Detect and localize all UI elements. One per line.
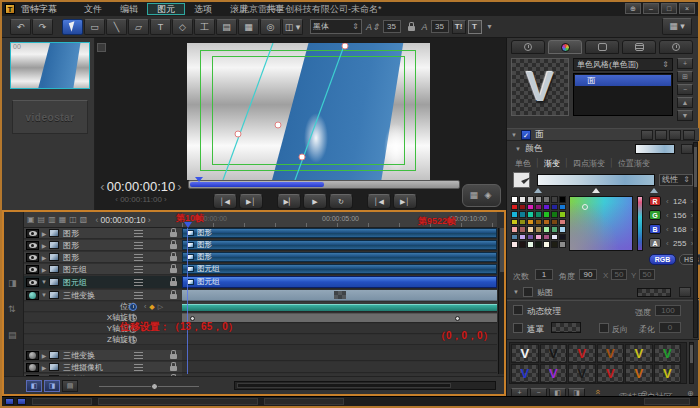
clip-图形[interactable]: 图形 xyxy=(182,228,497,238)
palette-swatch[interactable] xyxy=(511,204,518,211)
palette-swatch[interactable] xyxy=(543,196,550,203)
track-options-icon[interactable] xyxy=(134,266,143,273)
chevron-expand-icon[interactable]: « xyxy=(593,389,603,394)
go-start-button[interactable]: │◀ xyxy=(213,194,237,209)
palette-swatch[interactable] xyxy=(527,226,534,233)
layer-list[interactable]: 面 xyxy=(573,73,673,116)
track-header[interactable]: ▶三维摄像机 xyxy=(24,362,182,373)
palette-swatch[interactable] xyxy=(535,204,542,211)
gradient-type-dropdown[interactable]: 线性 ⇕ xyxy=(659,174,693,186)
tab-library[interactable] xyxy=(511,40,545,54)
texture-checkbox[interactable] xyxy=(523,287,533,297)
x-field[interactable]: 50 xyxy=(611,269,627,280)
style-preset-tile[interactable]: V xyxy=(568,364,596,383)
quad-tool[interactable]: ▱ xyxy=(128,19,149,35)
decrement-icon[interactable]: ‹ xyxy=(666,197,669,206)
expand-arrow-icon[interactable]: ▶ xyxy=(39,266,49,273)
text-exclaim-button[interactable]: T! xyxy=(452,20,466,34)
strength-field[interactable]: 100 xyxy=(655,305,681,316)
redo-button[interactable]: ↷ xyxy=(32,19,53,35)
palette-swatch[interactable] xyxy=(551,226,558,233)
menu-选项[interactable]: 选项 xyxy=(185,4,221,14)
face-tool-icon[interactable] xyxy=(655,130,667,140)
clip-图形[interactable]: 图形 xyxy=(182,252,497,262)
timeline-vscrollbar[interactable] xyxy=(498,228,504,374)
timeline-track-row[interactable]: X轴旋转 xyxy=(24,313,497,323)
track-options-icon[interactable] xyxy=(134,364,143,371)
color-field-cursor[interactable] xyxy=(582,204,588,210)
lock-icon[interactable] xyxy=(170,268,177,273)
gradient-bar[interactable] xyxy=(537,174,655,186)
clip-lane[interactable]: 图形 xyxy=(182,228,497,239)
texture-swatch[interactable] xyxy=(637,288,671,297)
eye-icon[interactable] xyxy=(26,278,39,287)
palette-swatch[interactable] xyxy=(543,219,550,226)
clip-lane[interactable]: 图元组 xyxy=(182,276,497,289)
track-header[interactable]: Z轴旋转 xyxy=(24,335,182,345)
timeline-track-row[interactable]: ▶三维摄像机 xyxy=(24,362,497,373)
eye-icon[interactable] xyxy=(26,265,39,274)
lock-icon[interactable] xyxy=(408,26,415,31)
video-canvas[interactable] xyxy=(187,43,430,180)
led-icon[interactable] xyxy=(26,351,39,360)
lock-icon[interactable] xyxy=(170,354,177,359)
current-gradient-swatch[interactable] xyxy=(635,144,675,154)
select-tool[interactable] xyxy=(62,19,83,35)
timeline-track-row[interactable]: ▶图形图形 xyxy=(24,228,497,239)
scrub-bar[interactable] xyxy=(188,180,460,189)
eye-icon[interactable] xyxy=(26,253,39,262)
collapse-arrow-icon[interactable]: ▼ xyxy=(515,146,521,152)
side-tool-icon[interactable]: ▤ xyxy=(8,330,17,340)
palette-swatch[interactable] xyxy=(519,211,526,218)
palette-swatch[interactable] xyxy=(543,234,550,241)
invert-checkbox[interactable] xyxy=(599,323,609,333)
face-tool-icon[interactable] xyxy=(683,130,695,140)
timeline-track-row[interactable]: ▼三维变换 xyxy=(24,290,497,301)
gradient-stop-marker[interactable] xyxy=(650,188,658,193)
palette-swatch[interactable] xyxy=(535,234,542,241)
text-tool[interactable]: T xyxy=(150,19,171,35)
clip-图元组[interactable]: 图元组 xyxy=(182,264,497,274)
track-header[interactable]: 位移‹◆▷ xyxy=(24,302,182,312)
mask-swatch[interactable] xyxy=(551,322,581,333)
keyframe-dot[interactable] xyxy=(455,316,460,321)
color-mode-tab-渐变[interactable]: 渐变 xyxy=(544,158,560,169)
swatch-options-icon[interactable] xyxy=(681,144,693,154)
track-header[interactable]: ▼图元组 xyxy=(24,276,182,289)
track-options-icon[interactable] xyxy=(134,254,143,261)
palette-swatch[interactable] xyxy=(519,241,526,248)
palette-swatch[interactable] xyxy=(551,219,558,226)
track-header[interactable]: ▶图元组 xyxy=(24,264,182,275)
palette-swatch[interactable] xyxy=(535,219,542,226)
gradient-stop-marker[interactable] xyxy=(534,188,542,193)
palette-swatch[interactable] xyxy=(559,226,566,233)
expand-arrow-icon[interactable]: ▶ xyxy=(39,242,49,249)
timeline-tool-icon[interactable]: ▥ xyxy=(48,215,56,224)
clip-lane[interactable]: 图形 xyxy=(182,252,497,263)
zoom-slider-thumb[interactable] xyxy=(151,383,158,390)
soften-field[interactable]: 0 xyxy=(659,322,681,333)
timeline-track-row[interactable]: Y轴旋转 xyxy=(24,324,497,334)
timeline-tool-icon[interactable]: ▣ xyxy=(27,215,35,224)
texture-options-icon[interactable] xyxy=(679,287,691,297)
gradient-stop-marker[interactable] xyxy=(592,188,600,193)
hue-slider[interactable] xyxy=(637,196,643,251)
status-chip[interactable] xyxy=(17,398,26,405)
rgb-mode-button[interactable]: RGB xyxy=(649,254,676,265)
rectangle-tool[interactable]: ▭ xyxy=(84,19,105,35)
track-header[interactable]: ▼三维变换 xyxy=(24,290,182,301)
minimize-button[interactable]: – xyxy=(643,3,659,14)
timeline-mode-button[interactable]: ◧ xyxy=(26,380,42,392)
palette-swatch[interactable] xyxy=(543,241,550,248)
track-options-icon[interactable] xyxy=(134,352,143,359)
maximize-button[interactable]: □ xyxy=(661,3,677,14)
track-options-icon[interactable] xyxy=(134,242,143,249)
palette-swatch[interactable] xyxy=(511,226,518,233)
timeline-tool-icon[interactable]: ▤ xyxy=(38,215,46,224)
style-preset-tile[interactable]: V xyxy=(511,344,539,363)
palette-swatch[interactable] xyxy=(527,234,534,241)
timeline-track-row[interactable]: 位移‹◆▷ xyxy=(24,302,497,312)
palette-swatch[interactable] xyxy=(551,196,558,203)
side-tool-icon[interactable]: ⇅ xyxy=(8,304,16,314)
text-path-tool[interactable]: 工 xyxy=(194,19,215,35)
